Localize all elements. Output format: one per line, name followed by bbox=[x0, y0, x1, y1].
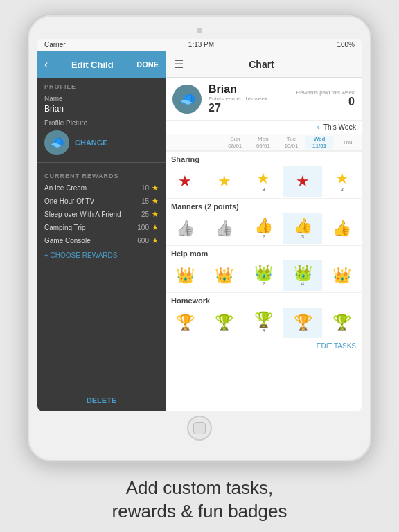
profile-section-label: PROFILE bbox=[37, 78, 166, 92]
badge-sharing-tue: ★ 3 bbox=[244, 166, 283, 197]
day-header-thu: Thu bbox=[333, 139, 362, 146]
reward-row-2: Sleep-over With A Friend 25 ★ bbox=[37, 208, 166, 221]
badge-emoji-manners-thu: 👍 bbox=[332, 221, 351, 236]
avatar-row: 🧢 CHANGE bbox=[37, 127, 166, 158]
rewards-section-label: CURRENT REWARDS bbox=[37, 167, 166, 181]
badge-emoji-helpmom-mon: 👑 bbox=[215, 268, 233, 283]
reward-star-2: ★ bbox=[152, 210, 159, 219]
badge-manners-thu: 👍 bbox=[322, 213, 362, 244]
task-section-homework: Homework bbox=[166, 292, 362, 306]
day-header-sun: Sun08/01 bbox=[221, 136, 249, 149]
badge-emoji-sharing-mon: ★ bbox=[218, 174, 231, 189]
badge-emoji-homework-wed: 🏆 bbox=[294, 315, 312, 330]
task-row-manners: 👍 👍 👍 2 👍 3 bbox=[166, 212, 362, 245]
task-section-sharing: Sharing bbox=[166, 151, 362, 165]
badge-num-manners-wed: 3 bbox=[294, 233, 312, 240]
badge-emoji-manners-sun: 👍 bbox=[176, 221, 195, 236]
name-field-value: Brian bbox=[37, 103, 166, 116]
reward-star-0: ★ bbox=[152, 184, 159, 193]
day-header-tue: Tue10/01 bbox=[277, 136, 305, 149]
profile-rewards-value: 0 bbox=[296, 96, 355, 108]
badge-emoji-homework-thu: 🏆 bbox=[332, 315, 351, 330]
badge-num-sharing-thu: 3 bbox=[335, 186, 349, 193]
badge-homework-thu: 🏆 bbox=[322, 308, 362, 338]
reward-row-4: Game Console 600 ★ bbox=[37, 234, 166, 247]
choose-rewards-button[interactable]: + CHOOSE REWARDS bbox=[37, 247, 166, 263]
badge-homework-wed: 🏆 bbox=[283, 308, 323, 338]
badge-sharing-thu: ★ 3 bbox=[322, 166, 362, 197]
ipad-home-button[interactable] bbox=[187, 416, 212, 441]
delete-button[interactable]: DELETE bbox=[37, 389, 166, 411]
time-label: 1:13 PM bbox=[188, 41, 214, 48]
week-label: This Week bbox=[323, 123, 356, 131]
badge-helpmom-thu: 👑 bbox=[322, 260, 362, 291]
reward-star-3: ★ bbox=[152, 223, 159, 232]
ipad-screen: Carrier 1:13 PM 100% ‹ Edit Child DONE P… bbox=[37, 39, 362, 411]
badge-helpmom-wed: 👑 4 bbox=[283, 260, 323, 291]
reward-name-1: One Hour Of TV bbox=[44, 197, 141, 205]
app-content: ‹ Edit Child DONE PROFILE Name Brian Pro… bbox=[37, 51, 362, 411]
badge-emoji-homework-sun: 🏆 bbox=[176, 315, 195, 330]
reward-name-2: Sleep-over With A Friend bbox=[44, 211, 141, 218]
right-header: ☰ Chart bbox=[166, 51, 362, 78]
badge-num-manners-tue: 2 bbox=[254, 233, 273, 240]
back-button[interactable]: ‹ bbox=[44, 58, 48, 71]
reward-name-4: Game Console bbox=[44, 237, 137, 245]
picture-field-label: Profile Picture bbox=[37, 116, 166, 127]
badge-homework-mon: 🏆 bbox=[205, 308, 245, 338]
badge-emoji-homework-tue: 🏆 bbox=[254, 311, 273, 328]
badge-sharing-wed: ★ bbox=[283, 166, 323, 197]
profile-points-label: Points earned this week bbox=[209, 96, 290, 102]
day-header-wed: Wed11/01 bbox=[305, 136, 334, 149]
ipad-camera bbox=[197, 28, 202, 33]
caption-line2: rewards & fun badges bbox=[112, 501, 287, 522]
profile-rewards-section: Rewards paid this week 0 bbox=[296, 89, 355, 108]
badge-emoji-manners-tue: 👍 bbox=[254, 217, 273, 234]
ipad-home-inner bbox=[193, 422, 206, 434]
badge-emoji-manners-wed: 👍 bbox=[294, 217, 312, 234]
task-row-homework: 🏆 🏆 🏆 3 🏆 🏆 bbox=[166, 306, 362, 339]
badge-emoji-sharing-sun: ★ bbox=[178, 174, 192, 189]
week-nav-left[interactable]: ‹ bbox=[317, 123, 319, 131]
profile-info: Brian Points earned this week 27 bbox=[209, 83, 290, 114]
badge-num-helpmom-tue: 2 bbox=[254, 281, 273, 287]
badge-emoji-helpmom-wed: 👑 bbox=[294, 264, 312, 281]
badge-emoji-homework-mon: 🏆 bbox=[215, 315, 233, 330]
day-headers: Sun08/01 Mon09/01 Tue10/01 Wed11/01 Thu bbox=[166, 134, 362, 151]
profile-avatar-left: 🧢 bbox=[44, 130, 69, 155]
done-button[interactable]: DONE bbox=[136, 60, 159, 69]
left-header: ‹ Edit Child DONE bbox=[37, 51, 166, 78]
badge-emoji-manners-mon: 👍 bbox=[215, 221, 233, 236]
name-field-label: Name bbox=[37, 92, 166, 103]
badge-num-helpmom-wed: 4 bbox=[294, 281, 312, 287]
reward-points-0: 10 bbox=[141, 184, 149, 192]
edit-tasks-button[interactable]: EDIT TASKS bbox=[166, 339, 362, 353]
badge-manners-tue: 👍 2 bbox=[244, 213, 283, 244]
battery-label: 100% bbox=[337, 41, 355, 48]
badge-manners-mon: 👍 bbox=[205, 213, 245, 244]
change-photo-button[interactable]: CHANGE bbox=[75, 139, 108, 147]
caption-line1: Add custom tasks, bbox=[126, 477, 273, 498]
carrier-label: Carrier bbox=[44, 41, 66, 48]
badge-manners-wed: 👍 3 bbox=[283, 213, 323, 244]
status-bar: Carrier 1:13 PM 100% bbox=[37, 39, 362, 51]
profile-avatar-right: 🧢 bbox=[172, 85, 202, 114]
profile-rewards-label: Rewards paid this week bbox=[296, 89, 355, 96]
badge-helpmom-tue: 👑 2 bbox=[244, 260, 283, 291]
divider-1 bbox=[37, 162, 166, 163]
caption: Add custom tasks, rewards & fun badges bbox=[98, 463, 301, 532]
badge-manners-sun: 👍 bbox=[166, 213, 205, 244]
reward-star-1: ★ bbox=[152, 197, 159, 206]
badge-num-sharing-tue: 3 bbox=[256, 186, 270, 193]
badge-homework-sun: 🏆 bbox=[166, 308, 205, 338]
reward-name-0: An Ice Cream bbox=[44, 184, 141, 192]
task-row-sharing: ★ ★ ★ 3 ★ bbox=[166, 165, 362, 198]
badge-emoji-sharing-tue: ★ bbox=[256, 170, 270, 187]
hamburger-icon[interactable]: ☰ bbox=[174, 57, 184, 71]
badge-sharing-mon: ★ bbox=[205, 166, 245, 197]
rewards-list: An Ice Cream 10 ★ One Hour Of TV 15 ★ Sl… bbox=[37, 181, 166, 247]
reward-name-3: Camping Trip bbox=[44, 224, 137, 231]
badge-emoji-sharing-thu: ★ bbox=[335, 170, 349, 187]
badge-helpmom-sun: 👑 bbox=[166, 260, 205, 291]
reward-points-1: 15 bbox=[141, 197, 149, 205]
